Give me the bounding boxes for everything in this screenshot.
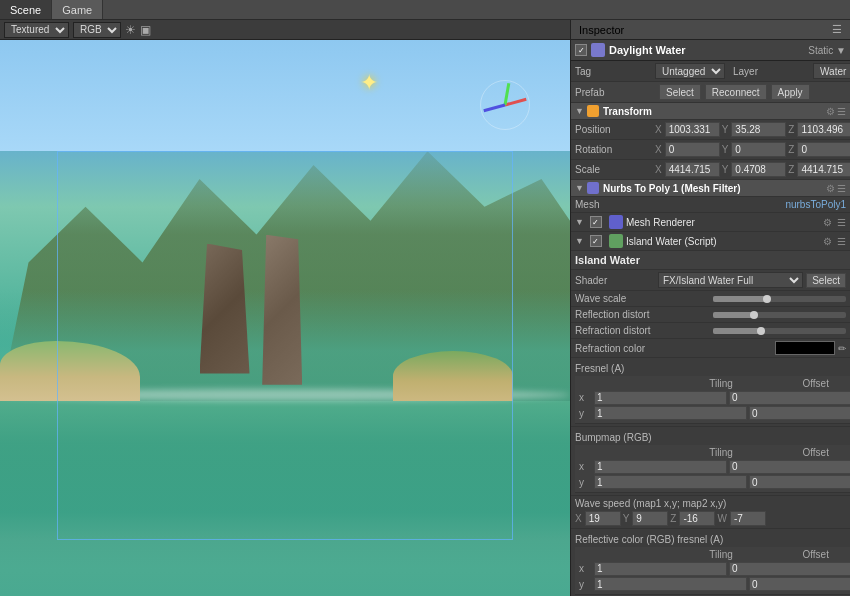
ws-z-input[interactable] [679,511,715,526]
ws-w-input[interactable] [730,511,766,526]
ref-offset-col: Offset [768,549,850,560]
shader-dropdown[interactable]: FX/Island Water Full [658,272,803,288]
prefab-apply-button[interactable]: Apply [771,84,810,100]
mesh-renderer-checkbox[interactable] [590,216,602,228]
refraction-color-row: Refraction color ✏ [571,339,850,358]
transform-arrow: ▼ [575,106,584,116]
mesh-filter-menu-icon[interactable]: ☰ [837,183,846,194]
island-water-script-arrow: ▼ [575,236,584,246]
island-water-script-icon [609,234,623,248]
object-enabled-checkbox[interactable] [575,44,587,56]
ref-tiling-y[interactable] [594,577,747,591]
bumpmap-tiling-header: Tiling Offset [579,447,850,458]
refraction-distort-slider[interactable] [713,328,847,334]
mesh-filter-settings-icon[interactable]: ⚙ [826,183,835,194]
prefab-select-button[interactable]: Select [659,84,701,100]
reflective-color-section: Reflective color (RGB) fresnel (A) Tilin… [571,529,850,596]
wave-scale-label: Wave scale [575,293,709,304]
top-tabs-bar: Scene Game [0,0,850,20]
ref-tiling-x[interactable] [594,562,727,576]
island-water-script-checkbox[interactable] [590,235,602,247]
viewport-toolbar: Textured RGB ☀ ▣ [0,20,570,40]
bumpmap-tiling-y[interactable] [594,475,747,489]
rot-z-input[interactable] [797,142,850,157]
bumpmap-section: Bumpmap (RGB) Tiling Offset x [571,427,850,496]
rot-y-input[interactable] [731,142,786,157]
scene-canvas[interactable]: ✦ [0,40,570,596]
refraction-color-swatch[interactable] [775,341,835,355]
tag-dropdown[interactable]: Untagged [655,63,725,79]
main-content: Textured RGB ☀ ▣ [0,20,850,596]
rot-x-input[interactable] [665,142,720,157]
wave-speed-label-row: Wave speed (map1 x,y; map2 x,y) [575,498,846,509]
island-water-script-menu-icon[interactable]: ☰ [837,236,846,247]
transform-settings-icon[interactable]: ⚙ [826,106,835,117]
bumpmap-tiling-y-row: y [579,475,850,489]
transform-menu-icon[interactable]: ☰ [837,106,846,117]
viewport-icon-2[interactable]: ▣ [140,23,151,37]
fresnel-offset-y[interactable] [749,406,850,420]
pos-x-input[interactable] [665,122,720,137]
rot-x-label: X [655,144,662,155]
gizmo-x-axis [505,98,527,107]
scale-x-input[interactable] [665,162,720,177]
scale-y-input[interactable] [731,162,786,177]
layer-dropdown[interactable]: Water [813,63,850,79]
gizmo[interactable] [480,80,530,130]
position-row: Position X Y Z [571,120,850,140]
rock-right [262,235,302,385]
pos-z-input[interactable] [797,122,850,137]
fresnel-tiling: Tiling Offset x Select y [575,376,850,424]
bumpmap-th0 [579,447,674,458]
tab-scene[interactable]: Scene [0,0,52,19]
object-name-row: Daylight Water Static ▼ [571,40,850,61]
wave-scale-slider[interactable] [713,296,847,302]
rotation-label: Rotation [575,144,655,155]
viewport-color-select[interactable]: RGB [73,22,121,38]
wave-speed-section: Wave speed (map1 x,y; map2 x,y) X Y Z W [571,496,850,529]
transform-section-header[interactable]: ▼ Transform ⚙ ☰ [571,103,850,120]
fresnel-tiling-y[interactable] [594,406,747,420]
ref-offset-y[interactable] [749,577,850,591]
reflection-distort-slider[interactable] [713,312,847,318]
pos-y-input[interactable] [731,122,786,137]
tab-game[interactable]: Game [52,0,103,19]
prefab-reconnect-button[interactable]: Reconnect [705,84,767,100]
fresnel-y-label: y [579,408,593,419]
bumpmap-left: Bumpmap (RGB) Tiling Offset x [575,429,850,493]
bumpmap-offset-x[interactable] [729,460,850,474]
bumpmap-offset-y[interactable] [749,475,850,489]
pencil-icon[interactable]: ✏ [838,343,846,354]
layer-label: Layer [733,66,813,77]
refraction-distort-fill [713,328,760,334]
mesh-filter-icon [587,182,599,194]
refraction-color-label: Refraction color [575,343,775,354]
viewport-mode-select[interactable]: Textured [4,22,69,38]
island-water-script-title: Island Water (Script) [626,236,818,247]
fresnel-tiling-x[interactable] [594,391,727,405]
viewport-icon-1[interactable]: ☀ [125,23,136,37]
inspector-menu-icon[interactable]: ☰ [832,23,842,36]
island-water-script-settings-icon[interactable]: ⚙ [823,236,832,247]
rock-left [200,244,250,374]
scale-z-input[interactable] [797,162,850,177]
wave-scale-thumb[interactable] [763,295,771,303]
ref-x-label: x [579,563,593,574]
scale-label: Scale [575,164,655,175]
ws-x-input[interactable] [585,511,621,526]
fresnel-offset-x[interactable] [729,391,850,405]
position-label: Position [575,124,655,135]
ws-y-input[interactable] [632,511,668,526]
mesh-renderer-settings-icon[interactable]: ⚙ [823,217,832,228]
mesh-renderer-icon [609,215,623,229]
reflection-distort-thumb[interactable] [750,311,758,319]
mesh-filter-section-header[interactable]: ▼ Nurbs To Poly 1 (Mesh Filter) ⚙ ☰ [571,180,850,197]
inspector-body[interactable]: Daylight Water Static ▼ Tag Untagged Lay… [571,40,850,596]
refraction-distort-thumb[interactable] [757,327,765,335]
bumpmap-tiling-x[interactable] [594,460,727,474]
ref-offset-x[interactable] [729,562,850,576]
fresnel-label: Fresnel (A) [575,363,624,374]
pos-y-label: Y [722,124,729,135]
shader-select-button[interactable]: Select [806,273,846,288]
mesh-renderer-menu-icon[interactable]: ☰ [837,217,846,228]
